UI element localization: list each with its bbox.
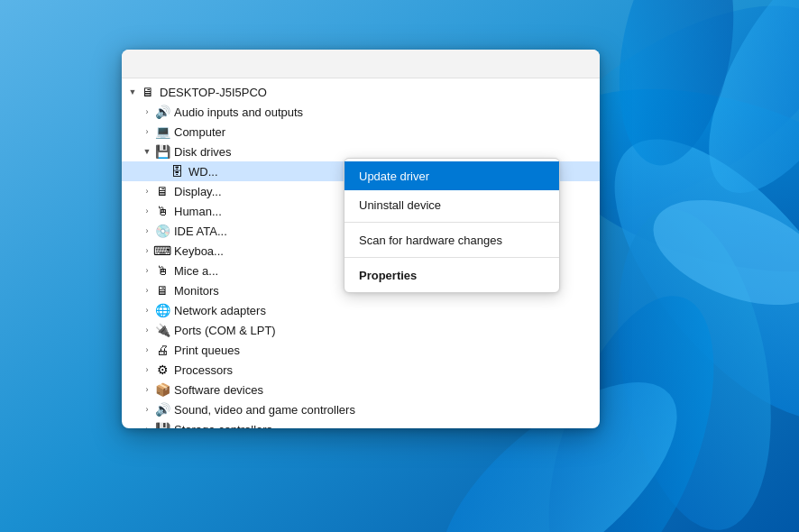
chevron-icon: › (140, 362, 154, 377)
chevron-icon: › (140, 303, 154, 317)
tree-item-network[interactable]: › 🌐 Network adapters (122, 300, 600, 320)
chevron-icon: › (140, 263, 154, 278)
item-icon: 🔊 (154, 401, 170, 417)
chevron-icon: › (140, 243, 154, 258)
tree-item-proc[interactable]: › ⚙ Processors (122, 360, 600, 380)
tree-item-root[interactable]: ▼ 🖥 DESKTOP-J5I5PCO (122, 82, 600, 102)
item-label: Storage controllers (174, 423, 272, 429)
window-controls (461, 50, 589, 78)
item-label: Print queues (174, 344, 240, 357)
maximize-button[interactable] (504, 50, 546, 78)
item-label: Audio inputs and outputs (174, 105, 303, 119)
item-icon: 📦 (154, 381, 170, 398)
item-label: Ports (COM & LPT) (174, 324, 276, 337)
ctx-item-uninstall[interactable]: Uninstall device (344, 190, 559, 219)
chevron-icon: ▼ (125, 85, 140, 99)
context-menu-separator (344, 222, 559, 223)
item-icon: 🖥 (140, 84, 156, 100)
ctx-item-scan[interactable]: Scan for hardware changes (344, 225, 559, 254)
item-label: Network adapters (174, 304, 266, 317)
chevron-icon: › (140, 124, 154, 139)
item-icon: 💻 (154, 124, 170, 140)
item-icon: 💾 (154, 143, 170, 160)
tree-item-computer[interactable]: › 💻 Computer (122, 122, 600, 142)
item-label: Monitors (174, 284, 219, 298)
item-icon: ⚙ (154, 362, 170, 378)
item-icon: 🖱 (154, 203, 170, 219)
item-icon: 🖥 (154, 282, 170, 298)
item-label: Disk drives (174, 145, 232, 159)
tree-item-audio[interactable]: › 🔊 Audio inputs and outputs (122, 102, 600, 122)
ctx-item-update[interactable]: Update driver (344, 161, 559, 190)
tree-item-ports[interactable]: › 🔌 Ports (COM & LPT) (122, 320, 600, 340)
tree-item-sound[interactable]: › 🔊 Sound, video and game controllers (122, 399, 600, 419)
context-menu-separator (344, 257, 559, 258)
chevron-icon: ▼ (140, 144, 154, 159)
item-label: IDE ATA... (174, 225, 227, 238)
chevron-icon: › (140, 422, 154, 428)
item-label: Processors (174, 363, 233, 377)
close-button[interactable] (547, 50, 589, 78)
chevron-icon: › (140, 382, 154, 397)
titlebar (122, 50, 600, 78)
item-icon: 🔊 (154, 104, 170, 120)
chevron-icon (154, 164, 169, 179)
item-icon: 🌐 (154, 302, 170, 318)
item-icon: ⌨ (154, 243, 170, 259)
item-icon: 💿 (154, 223, 170, 239)
item-label: Mice a... (174, 264, 218, 278)
tree-item-storage[interactable]: › 💾 Storage controllers (122, 419, 600, 428)
chevron-icon: › (140, 283, 154, 298)
item-icon: 🖨 (154, 342, 170, 358)
item-icon: 🖥 (154, 183, 170, 199)
item-label: Computer (174, 125, 225, 139)
chevron-icon: › (140, 402, 154, 417)
item-label: Display... (174, 185, 222, 198)
item-icon: 🔌 (154, 322, 170, 338)
context-menu: Update driverUninstall deviceScan for ha… (344, 158, 560, 293)
ctx-item-props[interactable]: Properties (344, 261, 559, 289)
chevron-icon: › (140, 343, 154, 357)
item-label: DESKTOP-J5I5PCO (160, 86, 267, 99)
item-icon: 💾 (154, 421, 170, 428)
item-icon: 🗄 (169, 163, 185, 179)
item-icon: 🖱 (154, 262, 170, 279)
item-label: Keyboa... (174, 244, 224, 258)
item-label: Human... (174, 205, 222, 218)
tree-item-software[interactable]: › 📦 Software devices (122, 380, 600, 399)
chevron-icon: › (140, 184, 154, 198)
chevron-icon: › (140, 323, 154, 337)
item-label: Software devices (174, 383, 263, 397)
chevron-icon: › (140, 105, 154, 119)
item-label: Sound, video and game controllers (174, 403, 355, 417)
tree-item-print[interactable]: › 🖨 Print queues (122, 340, 600, 360)
chevron-icon: › (140, 224, 154, 238)
device-manager-window: ▼ 🖥 DESKTOP-J5I5PCO › 🔊 Audio inputs and… (122, 50, 600, 428)
minimize-button[interactable] (461, 50, 502, 78)
item-label: WD... (188, 165, 218, 179)
chevron-icon: › (140, 204, 154, 218)
